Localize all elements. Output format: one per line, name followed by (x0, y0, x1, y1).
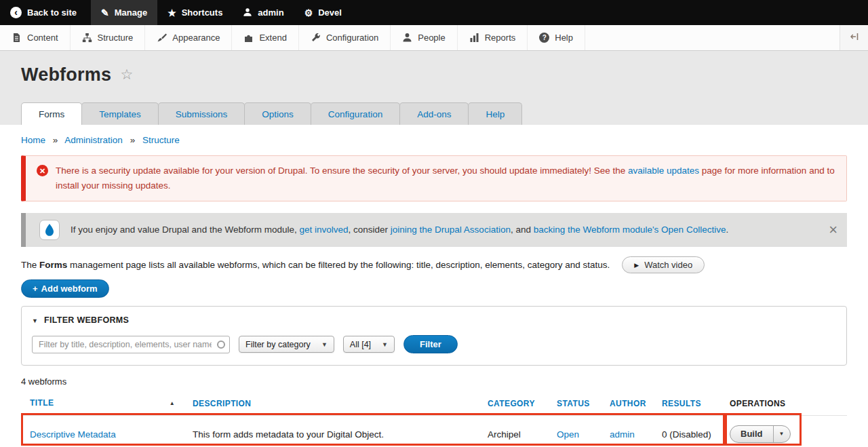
sitemap-icon (82, 33, 92, 43)
primary-tabs: Forms Templates Submissions Options Conf… (21, 102, 521, 125)
tab-forms[interactable]: Forms (21, 102, 82, 125)
menu-label: People (418, 33, 445, 43)
close-icon[interactable]: × (829, 222, 837, 237)
menu-item-structure[interactable]: Structure (71, 25, 146, 50)
header-title-label: TITLE (30, 398, 54, 408)
tab-templates[interactable]: Templates (81, 102, 159, 125)
build-button[interactable]: Build (730, 426, 773, 442)
breadcrumb-home[interactable]: Home (21, 135, 45, 145)
user-name-label: admin (258, 7, 283, 18)
admin-tab-devel[interactable]: ⚙ Devel (294, 0, 352, 25)
main-content: Home » Administration » Structure ✕ Ther… (0, 135, 868, 447)
breadcrumb-separator: » (130, 135, 136, 145)
menu-item-extend[interactable]: Extend (232, 25, 298, 50)
build-dropdown-toggle[interactable]: ▼ (773, 426, 791, 442)
chevron-down-icon: ▼ (321, 341, 328, 348)
header-category[interactable]: CATEGORY (479, 391, 548, 416)
page-title: Webforms (21, 64, 111, 85)
toolbar-orientation-toggle[interactable] (840, 25, 868, 50)
header-author[interactable]: AUTHOR (601, 391, 653, 416)
breadcrumb-administration[interactable]: Administration (64, 135, 123, 145)
person-icon (402, 33, 412, 43)
menu-label: Help (555, 33, 573, 43)
tab-addons[interactable]: Add-ons (399, 102, 469, 125)
header-results[interactable]: RESULTS (653, 391, 721, 416)
document-icon (12, 33, 22, 43)
collapse-left-icon (850, 32, 859, 43)
menu-label: Content (27, 33, 58, 43)
sort-ascending-icon: ▲ (170, 400, 175, 406)
paintbrush-icon (157, 33, 167, 43)
menu-label: Reports (485, 33, 516, 43)
intro-row: The Forms management page lists all avai… (21, 256, 847, 273)
menu-item-content[interactable]: Content (0, 25, 71, 50)
webform-status-link[interactable]: Open (557, 429, 579, 440)
menu-item-reports[interactable]: Reports (458, 25, 528, 50)
filter-submit-button[interactable]: Filter (403, 335, 458, 353)
pencil-icon: ✎ (101, 8, 109, 18)
webform-title-link[interactable]: Descriptive Metadata (30, 429, 116, 440)
menu-item-appearance[interactable]: Appearance (145, 25, 232, 50)
header-description[interactable]: DESCRIPTION (184, 391, 479, 416)
help-icon: ? (539, 33, 549, 43)
plus-icon: + (33, 284, 38, 294)
state-select[interactable]: All [4] ▼ (343, 336, 395, 353)
open-collective-link[interactable]: backing the Webform module's Open Collec… (534, 225, 726, 235)
user-icon (243, 7, 252, 18)
get-involved-link[interactable]: get involved (299, 225, 348, 235)
back-to-site-button[interactable]: ‹ Back to site (0, 0, 87, 25)
chevron-down-icon: ▼ (32, 317, 38, 324)
breadcrumb: Home » Administration » Structure (21, 135, 847, 145)
drupal-association-link[interactable]: joining the Drupal Association (391, 225, 511, 235)
category-select[interactable]: Filter by category ▼ (239, 336, 334, 353)
table-header-row: TITLE ▲ DESCRIPTION CATEGORY STATUS AUTH… (21, 391, 847, 416)
shortcuts-label: Shortcuts (182, 7, 223, 18)
tab-submissions[interactable]: Submissions (158, 102, 245, 125)
header-operations: OPERATIONS (721, 391, 847, 416)
webform-author-link[interactable]: admin (610, 429, 635, 440)
build-split-button: Build ▼ (730, 425, 791, 443)
state-select-value: All [4] (350, 340, 371, 349)
add-webform-button[interactable]: + Add webform (21, 279, 109, 298)
menu-item-configuration[interactable]: Configuration (299, 25, 391, 50)
promo-text-3: , and (511, 225, 534, 235)
promo-text: If you enjoy and value Drupal and the We… (71, 223, 728, 237)
filter-text-input[interactable] (32, 336, 230, 353)
favorite-star-icon[interactable]: ☆ (121, 66, 134, 82)
tab-options[interactable]: Options (244, 102, 311, 125)
header-title[interactable]: TITLE ▲ (21, 391, 184, 416)
admin-tab-manage[interactable]: ✎ Manage (91, 0, 157, 25)
webform-promo-message: If you enjoy and value Drupal and the We… (21, 213, 847, 247)
webform-category: Archipel (479, 416, 548, 447)
menu-item-help[interactable]: ? Help (528, 25, 585, 50)
promo-text-1: If you enjoy and value Drupal and the We… (71, 225, 299, 235)
chevron-down-icon: ▼ (382, 341, 388, 348)
filter-legend-label: FILTER WEBFORMS (44, 315, 129, 325)
menu-label: Structure (98, 33, 134, 43)
manage-label: Manage (115, 7, 147, 18)
star-icon: ★ (167, 8, 176, 18)
tab-configuration[interactable]: Configuration (311, 102, 400, 125)
back-arrow-icon: ‹ (10, 7, 22, 18)
header-status[interactable]: STATUS (548, 391, 601, 416)
menu-item-people[interactable]: People (391, 25, 457, 50)
menu-label: Extend (259, 33, 286, 43)
admin-tab-user[interactable]: admin (233, 0, 294, 25)
menu-label: Appearance (172, 33, 220, 43)
filter-submit-label: Filter (420, 339, 441, 349)
category-select-value: Filter by category (245, 340, 311, 349)
admin-tab-shortcuts[interactable]: ★ Shortcuts (157, 0, 233, 25)
breadcrumb-structure[interactable]: Structure (142, 135, 180, 145)
filter-legend-toggle[interactable]: ▼ FILTER WEBFORMS (32, 315, 836, 325)
tab-help[interactable]: Help (468, 102, 522, 125)
admin-menu-bar: Content Structure Appearance Extend Conf… (0, 25, 868, 51)
watch-video-button[interactable]: ▶ Watch video (622, 256, 705, 273)
promo-text-4: . (726, 225, 728, 235)
breadcrumb-separator: » (53, 135, 58, 145)
webforms-table: TITLE ▲ DESCRIPTION CATEGORY STATUS AUTH… (21, 391, 847, 447)
webform-description: This form adds metadata to your Digital … (184, 416, 479, 447)
available-updates-link[interactable]: available updates (628, 166, 699, 176)
webform-results: 0 (Disabled) (653, 416, 721, 447)
back-to-site-label: Back to site (27, 7, 77, 18)
wrench-icon (311, 33, 321, 43)
